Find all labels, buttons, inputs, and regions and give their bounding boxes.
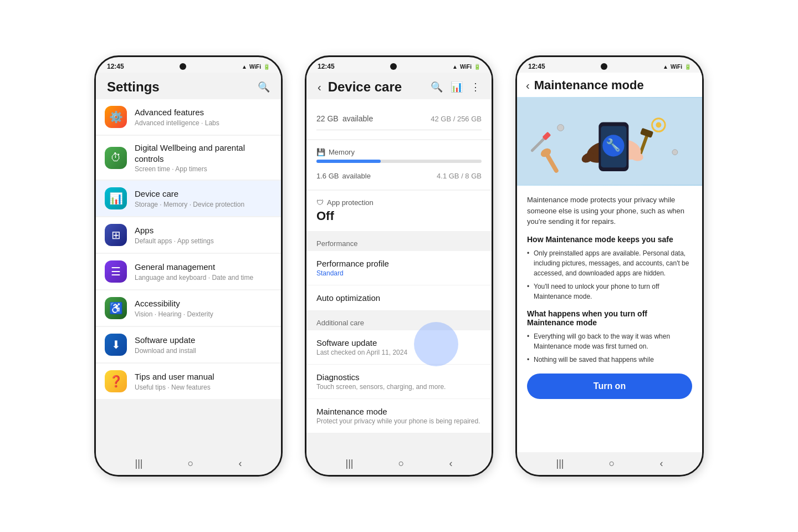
screen-3: ‹ Maintenance mode — [517, 73, 702, 452]
diagnostics-sub: Touch screen, sensors, charging, and mor… — [316, 383, 482, 391]
camera-2 — [390, 63, 397, 70]
section2-title: What happens when you turn off Maintenan… — [527, 309, 692, 327]
section1-title: How Maintenance mode keeps you safe — [527, 235, 692, 244]
nav-recent-2[interactable]: ||| — [346, 458, 354, 469]
settings-title-5: Accessibility — [135, 298, 272, 309]
nav-bar-1: ||| ○ ‹ — [96, 452, 281, 475]
section-additional: Additional care — [306, 311, 492, 330]
memory-progress-fill — [316, 160, 381, 163]
memory-card[interactable]: 💾 Memory 1.6 GB available 4.1 GB / 8 GB — [306, 140, 492, 190]
settings-list: ⚙️ Advanced features Advanced intelligen… — [96, 99, 281, 452]
settings-icon-2: 📊 — [105, 187, 127, 209]
settings-item-5[interactable]: ♿ Accessibility Vision · Hearing · Dexte… — [96, 290, 281, 326]
settings-item-2[interactable]: 📊 Device care Storage · Memory · Device … — [96, 181, 281, 216]
nav-back-2[interactable]: ‹ — [449, 458, 452, 469]
software-update-item[interactable]: Software update Last checked on April 11… — [306, 330, 492, 365]
camera-3 — [601, 63, 607, 70]
settings-title-6: Software update — [135, 335, 272, 346]
settings-text-6: Software update Download and install — [135, 335, 272, 355]
back-button-3[interactable]: ‹ — [526, 79, 530, 92]
settings-item-7[interactable]: ❓ Tips and user manual Useful tips · New… — [96, 364, 281, 399]
settings-item-0[interactable]: ⚙️ Advanced features Advanced intelligen… — [96, 99, 281, 135]
settings-title-0: Advanced features — [135, 107, 272, 118]
settings-text-1: Digital Wellbeing and parental controls … — [135, 142, 272, 173]
diagnostics-item[interactable]: Diagnostics Touch screen, sensors, charg… — [306, 365, 492, 399]
perf-profile-value: Standard — [316, 269, 482, 277]
time-2: 12:45 — [318, 63, 335, 70]
maintenance-body: Maintenance mode protects your privacy w… — [517, 186, 702, 408]
settings-text-7: Tips and user manual Useful tips · New f… — [135, 371, 272, 391]
time-3: 12:45 — [528, 63, 545, 70]
settings-item-6[interactable]: ⬇ Software update Download and install — [96, 327, 281, 362]
shield-icon: 🛡 — [316, 198, 324, 207]
settings-icon-5: ♿ — [105, 297, 127, 319]
settings-item-4[interactable]: ☰ General management Language and keyboa… — [96, 254, 281, 289]
search-icon-2[interactable]: 🔍 — [431, 81, 443, 93]
memory-avail-label: available — [342, 172, 371, 180]
header-icons-2: 🔍 📊 ⋮ — [431, 81, 480, 93]
chart-icon[interactable]: 📊 — [451, 81, 463, 93]
back-button-2[interactable]: ‹ — [318, 81, 321, 94]
phone-1: 12:45 ▲WiFi🔋 Settings 🔍 ⚙️ Advanced feat… — [94, 55, 283, 477]
section1-item-0: Only preinstalled apps are available. Pe… — [527, 248, 692, 278]
nav-home-3[interactable]: ○ — [609, 458, 615, 469]
settings-title-2: Device care — [135, 188, 272, 200]
phone-3: 12:45 ▲WiFi🔋 ‹ Maintenance mode — [515, 55, 704, 477]
nav-recent-1[interactable]: ||| — [135, 458, 143, 469]
maintenance-content: 🔧 Maintenance mode protects your privacy… — [517, 97, 702, 452]
settings-icon-4: ☰ — [105, 260, 127, 283]
nav-back-1[interactable]: ‹ — [238, 458, 242, 469]
ripple-effect — [414, 322, 458, 366]
settings-icon-6: ⬇ — [105, 334, 127, 356]
settings-text-3: Apps Default apps · App settings — [135, 225, 272, 245]
nav-home-2[interactable]: ○ — [398, 458, 405, 469]
memory-total: 4.1 GB / 8 GB — [437, 172, 482, 180]
phone-2: 12:45 ▲WiFi🔋 ‹ Device care 🔍 📊 ⋮ — [305, 55, 493, 477]
device-care-header: ‹ Device care 🔍 📊 ⋮ — [306, 73, 492, 99]
settings-subtitle-1: Screen time · App timers — [135, 165, 272, 173]
settings-icon-7: ❓ — [105, 370, 127, 392]
diagnostics-title: Diagnostics — [316, 372, 482, 382]
header-icons-1: 🔍 — [258, 81, 270, 93]
performance-profile-item[interactable]: Performance profile Standard — [306, 251, 492, 285]
storage-card[interactable]: 22 GB available 42 GB / 256 GB — [306, 99, 492, 139]
turn-on-button[interactable]: Turn on — [527, 374, 692, 399]
settings-title-3: Apps — [135, 225, 272, 236]
screen-1: Settings 🔍 ⚙️ Advanced features Advanced… — [96, 73, 281, 452]
settings-icon-1: ⏱ — [105, 147, 127, 169]
maintenance-page-title: Maintenance mode — [534, 78, 644, 93]
settings-subtitle-4: Language and keyboard · Date and time — [135, 274, 272, 282]
settings-subtitle-6: Download and install — [135, 347, 272, 355]
settings-item-3[interactable]: ⊞ Apps Default apps · App settings — [96, 217, 281, 253]
settings-subtitle-2: Storage · Memory · Device protection — [135, 201, 272, 208]
section-performance: Performance — [306, 232, 492, 251]
maintenance-sub: Protect your privacy while your phone is… — [316, 417, 482, 425]
maintenance-illustration: 🔧 — [517, 97, 702, 186]
auto-optimization-item[interactable]: Auto optimization — [306, 285, 492, 311]
page-title-2: Device care — [328, 79, 402, 95]
time-1: 12:45 — [107, 63, 124, 70]
perf-profile-title: Performance profile — [316, 259, 482, 268]
settings-header: Settings 🔍 — [96, 73, 281, 99]
settings-item-1[interactable]: ⏱ Digital Wellbeing and parental control… — [96, 136, 281, 180]
search-icon[interactable]: 🔍 — [258, 81, 270, 93]
settings-subtitle-5: Vision · Hearing · Dexterity — [135, 310, 272, 318]
settings-subtitle-3: Default apps · App settings — [135, 237, 272, 245]
settings-text-0: Advanced features Advanced intelligence … — [135, 107, 272, 127]
app-protection-item[interactable]: 🛡 App protection Off — [306, 191, 492, 232]
maintenance-mode-item[interactable]: Maintenance mode Protect your privacy wh… — [306, 399, 492, 433]
device-care-content: 22 GB available 42 GB / 256 GB 💾 Memory — [306, 99, 492, 452]
storage-gb: 22 GB — [316, 108, 342, 125]
settings-subtitle-7: Useful tips · New features — [135, 383, 272, 391]
nav-home-1[interactable]: ○ — [188, 458, 194, 469]
nav-back-3[interactable]: ‹ — [659, 458, 663, 469]
nav-recent-3[interactable]: ||| — [556, 458, 564, 469]
svg-point-18 — [672, 150, 678, 155]
settings-icon-0: ⚙️ — [105, 106, 127, 128]
status-bar-1: 12:45 ▲WiFi🔋 — [96, 57, 281, 73]
maintenance-header: ‹ Maintenance mode — [517, 73, 702, 97]
more-icon[interactable]: ⋮ — [470, 81, 480, 93]
settings-title-7: Tips and user manual — [135, 371, 272, 382]
screen-2: ‹ Device care 🔍 📊 ⋮ 22 GB available — [306, 73, 492, 452]
section1-list: Only preinstalled apps are available. Pe… — [527, 248, 692, 301]
